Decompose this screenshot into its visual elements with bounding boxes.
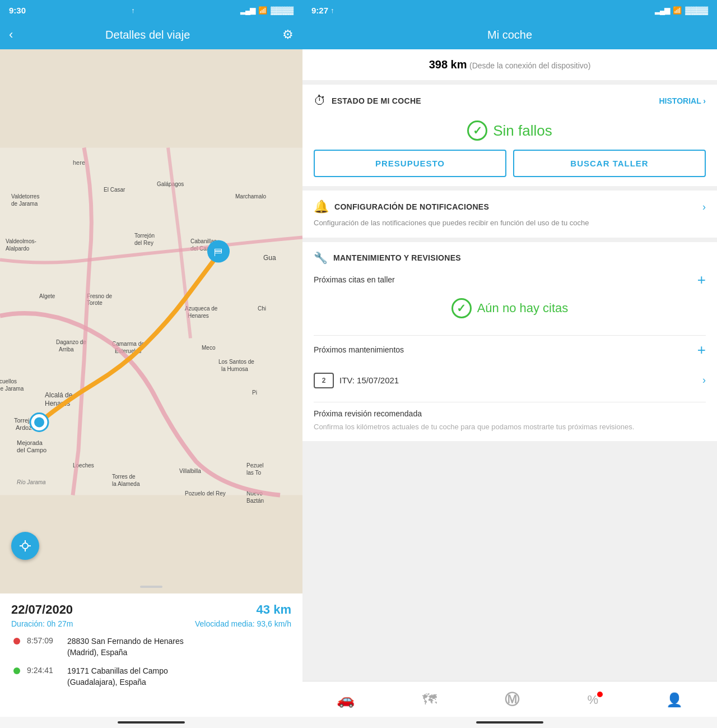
right-top-bar: Mi coche xyxy=(302,20,717,49)
svg-text:racuellos: racuellos xyxy=(0,378,17,384)
waypoint-end: 9:24:41 19171 Cabanillas del Campo (Guad… xyxy=(13,666,291,688)
battery-icon: ▓▓▓▓ xyxy=(271,6,294,15)
itv-row[interactable]: 2 ITV: 15/07/2021 › xyxy=(314,366,706,395)
divider xyxy=(314,335,706,336)
svg-text:here: here xyxy=(73,159,85,166)
start-dot xyxy=(13,638,20,644)
notif-header: 🔔 CONFIGURACIÓN DE NOTIFICACIONES › xyxy=(314,200,706,214)
map-nav-icon: 🗺 xyxy=(422,691,437,708)
trip-info: 22/07/2020 43 km Duración: 0h 27m Veloci… xyxy=(0,593,302,717)
speedometer-icon: ⏱ xyxy=(314,94,326,108)
svg-text:Torrejón: Torrejón xyxy=(134,233,155,239)
add-cita-button[interactable]: + xyxy=(697,272,706,287)
settings-icon[interactable]: ⚙ xyxy=(282,27,294,42)
svg-text:Marchamalo: Marchamalo xyxy=(235,193,266,200)
svg-text:Fresno de: Fresno de xyxy=(87,293,112,299)
trip-speed: Velocidad media: 93,6 km/h xyxy=(195,619,291,628)
nav-item-map[interactable]: 🗺 xyxy=(413,689,446,711)
back-button[interactable]: ‹ xyxy=(9,27,13,42)
sin-fallos-text: Sin fallos xyxy=(493,122,552,140)
svg-text:Río Jarama: Río Jarama xyxy=(17,479,46,485)
left-status-icons: ▂▄▆ 📶 ▓▓▓▓ xyxy=(240,6,294,15)
svg-text:del Campo: del Campo xyxy=(17,447,46,453)
svg-text:Pi: Pi xyxy=(252,389,257,396)
svg-text:las To: las To xyxy=(246,470,261,476)
right-wifi-icon: 📶 xyxy=(673,6,682,15)
offers-badge xyxy=(597,692,603,697)
wifi-icon: 📶 xyxy=(258,6,267,15)
movistar-nav-icon: Ⓜ xyxy=(505,690,519,710)
locate-button[interactable] xyxy=(11,532,39,560)
mant-title: MANTENIMIENTO Y REVISIONES xyxy=(333,253,461,262)
buscar-taller-button[interactable]: BUSCAR TALLER xyxy=(513,150,706,177)
nav-item-car[interactable]: 🚗 xyxy=(328,689,364,711)
start-time: 8:57:09 xyxy=(27,636,60,645)
end-address: 19171 Cabanillas del Campo (Guadalajara)… xyxy=(67,666,168,688)
svg-text:Mejorada: Mejorada xyxy=(17,439,43,446)
svg-text:Alcalá de: Alcalá de xyxy=(45,391,73,399)
itv-chevron-icon: › xyxy=(702,374,706,386)
svg-text:Arriba: Arriba xyxy=(59,346,74,353)
svg-text:Algete: Algete xyxy=(39,293,55,299)
svg-text:Los Santos de: Los Santos de xyxy=(218,359,254,365)
nav-item-movistar[interactable]: Ⓜ xyxy=(496,688,528,712)
svg-rect-0 xyxy=(0,148,302,495)
mant-header: 🔧 MANTENIMIENTO Y REVISIONES xyxy=(314,251,706,265)
svg-text:la Alameda: la Alameda xyxy=(112,481,140,487)
right-location-arrow: ↑ xyxy=(330,6,334,15)
svg-text:Daganzo de: Daganzo de xyxy=(56,339,86,345)
left-time: 9:30 xyxy=(9,6,26,15)
no-citas-text: Aún no hay citas xyxy=(477,301,569,316)
signal-icon: ▂▄▆ xyxy=(240,6,255,15)
home-indicator xyxy=(118,721,185,724)
svg-text:El Casar: El Casar xyxy=(104,187,125,193)
svg-text:Chi: Chi xyxy=(258,305,266,312)
presupuesto-button[interactable]: PRESUPUESTO xyxy=(314,150,506,177)
proximos-mant-title: Próximos mantenimientos xyxy=(314,345,404,354)
waypoints-list: 8:57:09 28830 San Fernando de Henares (M… xyxy=(11,636,291,688)
left-top-bar: ‹ Detalles del viaje ⚙ xyxy=(0,20,302,49)
km-value: 398 km xyxy=(429,58,467,71)
notificaciones-card[interactable]: 🔔 CONFIGURACIÓN DE NOTIFICACIONES › Conf… xyxy=(302,191,717,238)
bottom-nav: 🚗 🗺 Ⓜ % 👤 xyxy=(302,681,717,717)
km-sub-text: (Desde la conexión del dispositivo) xyxy=(469,61,590,70)
start-address: 28830 San Fernando de Henares (Madrid), … xyxy=(67,636,184,658)
end-dot xyxy=(13,667,20,674)
action-buttons: PRESUPUESTO BUSCAR TALLER xyxy=(314,150,706,177)
map-view[interactable]: here Valdetorres de Jarama El Casar Galá… xyxy=(0,49,302,593)
svg-text:Meco: Meco xyxy=(202,345,216,351)
no-citas-check-icon: ✓ xyxy=(451,298,472,318)
car-nav-icon: 🚗 xyxy=(337,691,355,708)
left-panel: 9:30 ↑ ▂▄▆ 📶 ▓▓▓▓ ‹ Detalles del viaje ⚙… xyxy=(0,0,302,728)
historial-link[interactable]: HISTORIAL › xyxy=(659,96,706,105)
svg-text:Baztán: Baztán xyxy=(246,498,264,504)
svg-text:Pozuelo del Rey: Pozuelo del Rey xyxy=(185,490,226,497)
left-home-bar xyxy=(0,717,302,728)
right-signal-icon: ▂▄▆ xyxy=(655,6,669,15)
estado-header: ⏱ ESTADO DE MI COCHE HISTORIAL › xyxy=(314,94,706,108)
svg-text:Galápagos: Galápagos xyxy=(157,181,184,187)
svg-text:Valdetorres: Valdetorres xyxy=(11,193,39,200)
proxima-revision-title: Próxima revisión recomendada xyxy=(314,409,706,418)
estado-title: ESTADO DE MI COCHE xyxy=(332,96,421,105)
itv-icon: 2 xyxy=(314,373,334,388)
left-location-arrow: ↑ xyxy=(131,6,135,15)
svg-text:Alalpardo: Alalpardo xyxy=(6,245,30,252)
nav-item-offers[interactable]: % xyxy=(578,690,607,710)
wrench-icon: 🔧 xyxy=(314,251,328,265)
km-section: 398 km (Desde la conexión del dispositiv… xyxy=(302,49,717,80)
end-time: 9:24:41 xyxy=(27,666,60,675)
right-page-title: Mi coche xyxy=(487,29,532,41)
svg-text:Villalbilla: Villalbilla xyxy=(179,468,201,474)
right-home-bar xyxy=(302,717,717,728)
itv-label: ITV: 15/07/2021 xyxy=(339,375,399,385)
right-content[interactable]: 398 km (Desde la conexión del dispositiv… xyxy=(302,49,717,681)
svg-text:⛿: ⛿ xyxy=(214,248,223,257)
svg-text:de Jarama: de Jarama xyxy=(11,201,38,207)
notif-chevron-icon: › xyxy=(702,201,706,213)
svg-text:Henares: Henares xyxy=(188,313,209,319)
profile-nav-icon: 👤 xyxy=(666,692,683,708)
add-mant-button[interactable]: + xyxy=(697,342,706,357)
trip-duration: Duración: 0h 27m xyxy=(11,619,73,628)
nav-item-profile[interactable]: 👤 xyxy=(657,690,692,710)
